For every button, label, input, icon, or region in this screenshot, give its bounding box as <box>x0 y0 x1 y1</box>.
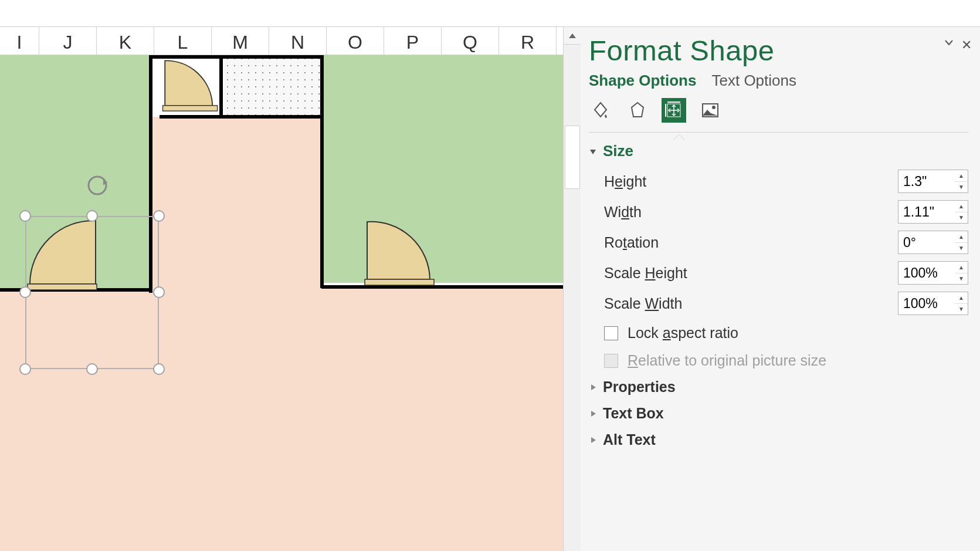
svg-point-2 <box>89 177 106 194</box>
spin-down-icon[interactable]: ▼ <box>955 182 968 193</box>
selected-shape[interactable] <box>19 210 165 375</box>
lock-aspect-row[interactable]: Lock aspect ratio <box>589 319 968 346</box>
size-properties-icon[interactable] <box>662 98 686 123</box>
rotation-label: Rotation <box>604 234 659 251</box>
height-input[interactable] <box>898 170 955 192</box>
scale-height-spinner[interactable]: ▲▼ <box>898 261 968 285</box>
door-shape[interactable] <box>362 217 438 286</box>
scroll-thumb[interactable] <box>565 126 580 189</box>
collapse-triangle-icon <box>589 147 597 156</box>
column-header-R[interactable]: R <box>499 27 557 55</box>
spin-up-icon[interactable]: ▲ <box>955 262 968 273</box>
room-pink-mid <box>151 117 324 291</box>
spin-up-icon[interactable]: ▲ <box>955 201 968 212</box>
scale-height-input[interactable] <box>898 262 955 284</box>
spreadsheet-canvas[interactable]: IJKLMNOPQR <box>0 27 563 551</box>
rotation-spinner[interactable]: ▲▼ <box>898 231 968 254</box>
textbox-title: Text Box <box>603 405 664 422</box>
spin-down-icon[interactable]: ▼ <box>955 243 968 254</box>
textbox-section-header[interactable]: Text Box <box>589 400 968 427</box>
tab-pointer-icon <box>673 132 685 138</box>
ribbon-area <box>0 0 980 27</box>
svg-rect-3 <box>28 284 97 290</box>
size-section-title: Size <box>603 142 633 160</box>
width-spinner[interactable]: ▲▼ <box>898 200 968 224</box>
properties-title: Properties <box>603 378 676 395</box>
column-header-M[interactable]: M <box>212 27 269 55</box>
floor-plan-drawing[interactable] <box>0 55 563 551</box>
resize-handle[interactable] <box>153 363 165 375</box>
wall <box>320 55 324 288</box>
resize-handle[interactable] <box>86 210 98 222</box>
expand-triangle-icon <box>589 383 597 391</box>
column-headers: IJKLMNOPQR <box>0 27 563 55</box>
column-header-P[interactable]: P <box>384 27 442 55</box>
column-header-O[interactable]: O <box>327 27 384 55</box>
tab-text-options[interactable]: Text Options <box>711 72 796 90</box>
column-header-J[interactable]: J <box>39 27 97 55</box>
column-header-N[interactable]: N <box>269 27 327 55</box>
resize-handle[interactable] <box>19 286 31 298</box>
resize-handle[interactable] <box>19 210 31 222</box>
scale-width-label: Scale Width <box>604 295 682 312</box>
spin-up-icon[interactable]: ▲ <box>955 292 968 304</box>
door-shape-selected[interactable] <box>25 216 100 291</box>
format-shape-panel: ✕ Format Shape Shape Options Text Option… <box>581 27 980 551</box>
rotate-handle-icon[interactable] <box>86 174 109 197</box>
room-green-right <box>324 55 563 283</box>
svg-rect-1 <box>365 279 434 285</box>
vertical-scrollbar[interactable] <box>563 27 581 551</box>
width-label: Width <box>604 204 642 221</box>
svg-rect-0 <box>163 106 218 111</box>
resize-handle[interactable] <box>153 286 165 298</box>
picture-icon[interactable] <box>698 98 723 123</box>
column-header-K[interactable]: K <box>97 27 154 55</box>
column-header-L[interactable]: L <box>154 27 212 55</box>
expand-triangle-icon <box>589 410 597 418</box>
panel-options-dropdown-icon[interactable] <box>945 38 953 48</box>
category-icons <box>589 98 968 133</box>
wall <box>160 115 324 119</box>
scale-width-spinner[interactable]: ▲▼ <box>898 292 968 315</box>
scale-width-input[interactable] <box>898 292 955 315</box>
resize-handle[interactable] <box>86 363 98 375</box>
alttext-section-header[interactable]: Alt Text <box>589 427 968 453</box>
scale-height-label: Scale Height <box>604 265 687 282</box>
tab-shape-options[interactable]: Shape Options <box>589 72 696 90</box>
resize-handle[interactable] <box>19 363 31 375</box>
spin-up-icon[interactable]: ▲ <box>955 231 968 243</box>
alttext-title: Alt Text <box>603 431 656 448</box>
fill-line-icon[interactable] <box>589 98 613 123</box>
relative-size-checkbox <box>604 354 618 368</box>
expand-triangle-icon <box>589 436 597 444</box>
spin-down-icon[interactable]: ▼ <box>955 212 968 224</box>
size-section-header[interactable]: Size <box>589 142 968 166</box>
close-icon[interactable]: ✕ <box>961 38 972 53</box>
resize-handle[interactable] <box>153 210 165 222</box>
effects-icon[interactable] <box>625 98 650 123</box>
properties-section-header[interactable]: Properties <box>589 374 968 400</box>
width-input[interactable] <box>898 201 955 223</box>
column-header-I[interactable]: I <box>0 27 39 55</box>
lock-aspect-label: Lock aspect ratio <box>628 324 738 342</box>
lock-aspect-checkbox[interactable] <box>604 326 618 340</box>
door-shape[interactable] <box>158 56 223 112</box>
panel-title: Format Shape <box>589 27 968 72</box>
spin-down-icon[interactable]: ▼ <box>955 273 968 285</box>
panel-tabs: Shape Options Text Options <box>589 72 968 98</box>
wall <box>321 285 563 289</box>
dotted-room <box>224 55 324 117</box>
height-label: Height <box>604 173 646 190</box>
column-header-Q[interactable]: Q <box>442 27 499 55</box>
svg-point-8 <box>712 106 715 109</box>
scroll-up-button[interactable] <box>564 27 581 45</box>
relative-size-label: Relative to original picture size <box>628 352 826 369</box>
rotation-input[interactable] <box>898 231 955 253</box>
spin-down-icon[interactable]: ▼ <box>955 304 968 315</box>
relative-size-row: Relative to original picture size <box>589 346 968 374</box>
height-spinner[interactable]: ▲▼ <box>898 170 968 193</box>
spin-up-icon[interactable]: ▲ <box>955 170 968 182</box>
